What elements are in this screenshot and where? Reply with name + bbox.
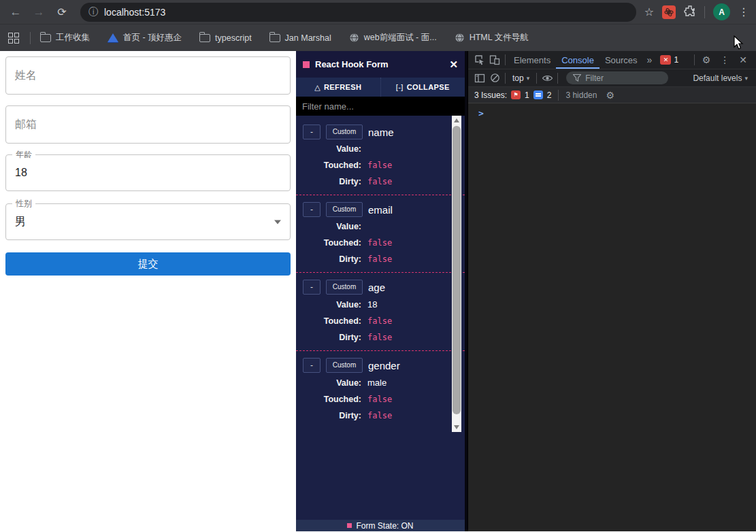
console-filter-input[interactable]: Filter bbox=[566, 71, 668, 84]
reload-icon[interactable]: ⟳ bbox=[53, 3, 71, 21]
toolbar-divider bbox=[505, 73, 506, 84]
error-count: 1 bbox=[674, 55, 678, 65]
toolbar-divider bbox=[704, 6, 705, 18]
devtools-settings-icon[interactable]: ⚙ bbox=[697, 54, 716, 65]
collapse-entry-button[interactable]: - bbox=[303, 124, 321, 139]
rhf-filter-input[interactable] bbox=[296, 97, 465, 116]
device-toolbar-icon[interactable] bbox=[487, 51, 502, 69]
url-text[interactable]: localhost:5173 bbox=[104, 7, 165, 18]
refresh-triangle-icon: △ bbox=[314, 83, 321, 92]
collapse-entry-button[interactable]: - bbox=[303, 280, 321, 295]
name-field[interactable]: 姓名 bbox=[5, 56, 291, 95]
rhf-entry-name: - Custom name Value: Touched:false Dirty… bbox=[303, 124, 447, 195]
touched-label: Touched: bbox=[303, 395, 361, 404]
console-sidebar-icon[interactable] bbox=[472, 69, 487, 86]
hidden-messages-label: 3 hidden bbox=[565, 90, 597, 100]
gender-select[interactable]: 性别 男 bbox=[5, 203, 291, 240]
field-name: age bbox=[368, 282, 385, 293]
console-log-area[interactable]: > bbox=[468, 103, 756, 531]
scroll-up-arrow-icon[interactable] bbox=[452, 116, 461, 125]
rhf-refresh-button[interactable]: △ REFRESH bbox=[296, 78, 381, 97]
entry-separator bbox=[296, 350, 465, 351]
bookmark-label: Jan Marshal bbox=[285, 33, 331, 43]
dirty-label: Dirty: bbox=[303, 177, 361, 186]
error-badge-icon[interactable]: ✕ bbox=[660, 55, 671, 65]
bookmark-item[interactable]: typescript bbox=[199, 33, 252, 43]
bookmark-item[interactable]: HTML 文件导航 bbox=[455, 32, 529, 44]
bookmark-item[interactable]: Jan Marshal bbox=[269, 33, 331, 43]
rhf-logo-icon bbox=[303, 61, 310, 68]
bookmark-item[interactable]: 工作收集 bbox=[40, 32, 90, 44]
field-value: 18 bbox=[367, 299, 377, 310]
touched-label: Touched: bbox=[303, 316, 361, 326]
bookmark-label: 首页 - 顶好惠企 bbox=[123, 32, 182, 44]
field-value: male bbox=[367, 378, 387, 388]
scroll-down-arrow-icon[interactable] bbox=[452, 422, 461, 432]
email-field[interactable]: 邮箱 bbox=[5, 105, 291, 144]
tab-console[interactable]: Console bbox=[556, 51, 599, 69]
globe-icon bbox=[349, 33, 359, 43]
inspect-element-icon[interactable] bbox=[472, 51, 487, 69]
rhf-scrollbar[interactable] bbox=[452, 116, 461, 432]
rhf-collapse-button[interactable]: [-] COLLAPSE bbox=[381, 78, 465, 97]
age-field[interactable]: 年龄 18 bbox=[5, 154, 291, 191]
chevron-down-icon: ▾ bbox=[744, 75, 748, 82]
apps-grid-icon[interactable] bbox=[8, 33, 19, 44]
age-field-label: 年龄 bbox=[12, 150, 35, 159]
value-label: Value: bbox=[303, 378, 361, 388]
log-levels-selector[interactable]: Default levels ▾ bbox=[689, 73, 752, 83]
scrollbar-thumb[interactable] bbox=[453, 126, 461, 414]
issues-label: 3 Issues: bbox=[474, 90, 507, 100]
url-bar[interactable]: ⓘ localhost:5173 bbox=[80, 3, 636, 22]
collapse-bracket-icon: [-] bbox=[396, 83, 404, 91]
chevron-down-icon: ▾ bbox=[527, 75, 530, 82]
rhf-devtools-panel: React Hook Form ✕ △ REFRESH [-] COLLAPSE bbox=[296, 51, 467, 531]
profile-avatar[interactable]: A bbox=[713, 3, 730, 20]
custom-badge[interactable]: Custom bbox=[326, 358, 363, 373]
clear-console-icon[interactable] bbox=[487, 69, 502, 86]
devtools-menu-icon[interactable]: ⋮ bbox=[715, 54, 734, 65]
bookmark-label: HTML 文件导航 bbox=[470, 32, 529, 44]
tab-sources[interactable]: Sources bbox=[599, 51, 643, 69]
age-field-value: 18 bbox=[15, 167, 27, 179]
custom-badge[interactable]: Custom bbox=[326, 202, 363, 217]
context-selector[interactable]: top ▾ bbox=[508, 73, 533, 83]
rhf-body: - Custom name Value: Touched:false Dirty… bbox=[296, 116, 465, 520]
email-field-label: 邮箱 bbox=[15, 118, 37, 132]
devtools-panel: Elements Console Sources » ✕ 1 ⚙ ⋮ ✕ bbox=[467, 51, 756, 531]
forward-icon[interactable]: → bbox=[30, 3, 48, 21]
custom-badge[interactable]: Custom bbox=[326, 280, 363, 295]
collapse-entry-button[interactable]: - bbox=[303, 202, 321, 217]
toolbar-divider bbox=[536, 73, 537, 84]
bookmark-item[interactable]: 首页 - 顶好惠企 bbox=[108, 32, 182, 44]
touched-label: Touched: bbox=[303, 161, 361, 170]
site-info-icon[interactable]: ⓘ bbox=[88, 6, 98, 18]
issues-settings-icon[interactable]: ⚙ bbox=[601, 90, 619, 101]
collapse-entry-button[interactable]: - bbox=[303, 358, 321, 373]
devtools-tab-bar: Elements Console Sources » ✕ 1 ⚙ ⋮ ✕ bbox=[468, 51, 756, 69]
bookmark-star-icon[interactable]: ☆ bbox=[644, 5, 654, 18]
live-expression-eye-icon[interactable] bbox=[540, 69, 555, 86]
dirty-value: false bbox=[367, 177, 392, 186]
tab-elements[interactable]: Elements bbox=[508, 51, 556, 69]
rhf-close-icon[interactable]: ✕ bbox=[449, 59, 458, 71]
extensions-puzzle-icon[interactable] bbox=[684, 5, 696, 20]
bookmark-item[interactable]: web前端面试 - 面... bbox=[349, 32, 437, 44]
browser-menu-icon[interactable]: ⋮ bbox=[738, 5, 749, 18]
devtools-close-icon[interactable]: ✕ bbox=[734, 54, 752, 65]
react-devtools-extension-icon[interactable] bbox=[662, 5, 676, 19]
issue-warning-count: 2 bbox=[547, 90, 552, 100]
issue-message-icon bbox=[533, 90, 543, 99]
console-prompt-chevron[interactable]: > bbox=[468, 103, 756, 118]
custom-badge[interactable]: Custom bbox=[326, 124, 363, 139]
submit-button[interactable]: 提交 bbox=[5, 252, 291, 276]
more-tabs-icon[interactable]: » bbox=[643, 54, 657, 65]
rhf-form-state-bar: Form State: ON bbox=[296, 520, 465, 531]
issues-bar[interactable]: 3 Issues: ⚑ 1 2 3 hidden ⚙ bbox=[468, 87, 756, 103]
back-icon[interactable]: ← bbox=[7, 3, 24, 21]
funnel-icon bbox=[573, 74, 581, 82]
field-name: email bbox=[368, 204, 393, 216]
rhf-header: React Hook Form ✕ bbox=[296, 51, 465, 78]
browser-toolbar: ← → ⟳ ⓘ localhost:5173 ☆ A ⋮ bbox=[0, 0, 756, 24]
gender-select-label: 性别 bbox=[12, 199, 35, 208]
